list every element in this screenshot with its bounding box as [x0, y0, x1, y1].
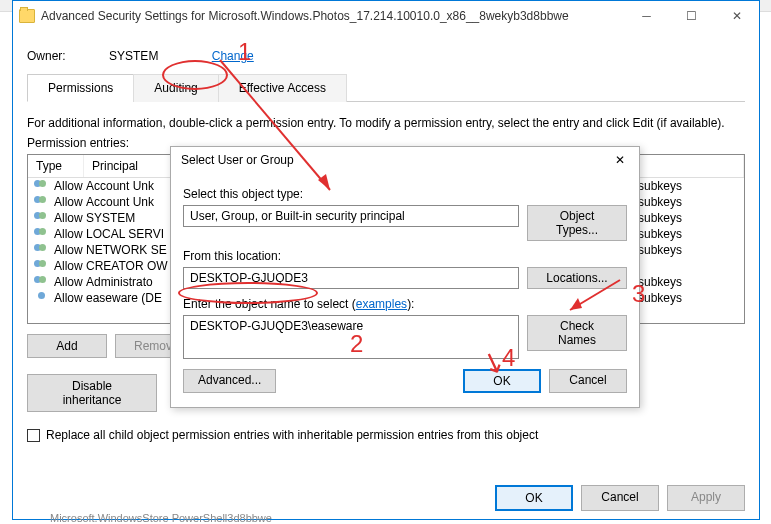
- close-button[interactable]: ✕: [714, 2, 759, 30]
- tab-permissions[interactable]: Permissions: [27, 74, 134, 102]
- principal-icon: [34, 212, 50, 224]
- principal-icon: [34, 180, 50, 192]
- info-text: For additional information, double-click…: [13, 102, 759, 136]
- svg-line-0: [220, 60, 330, 190]
- dialog-cancel-button[interactable]: Cancel: [549, 369, 627, 393]
- dialog-close-icon[interactable]: ✕: [609, 153, 631, 167]
- object-types-button[interactable]: Object Types...: [527, 205, 627, 241]
- window-title: Advanced Security Settings for Microsoft…: [41, 9, 624, 23]
- svg-marker-3: [570, 298, 582, 310]
- replace-checkbox-row[interactable]: Replace all child object permission entr…: [13, 418, 759, 452]
- window-controls: ─ ☐ ✕: [624, 2, 759, 30]
- principal-icon: [34, 196, 50, 208]
- col-type[interactable]: Type: [28, 155, 84, 177]
- disable-inheritance-button[interactable]: Disable inheritance: [27, 374, 157, 412]
- principal-icon: [34, 228, 50, 240]
- titlebar: Advanced Security Settings for Microsoft…: [13, 1, 759, 31]
- replace-checkbox-label: Replace all child object permission entr…: [46, 428, 538, 442]
- annotation-arrow-3: [560, 270, 640, 320]
- col-last: [624, 155, 744, 177]
- annotation-arrow-1: [210, 50, 370, 210]
- location-label: From this location:: [183, 249, 627, 263]
- dialog-ok-button[interactable]: OK: [463, 369, 541, 393]
- cancel-button[interactable]: Cancel: [581, 485, 659, 511]
- principal-icon: [34, 276, 50, 288]
- tab-auditing[interactable]: Auditing: [133, 74, 218, 102]
- add-button[interactable]: Add: [27, 334, 107, 358]
- folder-icon: [19, 9, 35, 23]
- owner-row: Owner: SYSTEM Change: [13, 31, 759, 73]
- minimize-button[interactable]: ─: [624, 2, 669, 30]
- ok-button[interactable]: OK: [495, 485, 573, 511]
- owner-label: Owner:: [27, 49, 66, 63]
- advanced-button[interactable]: Advanced...: [183, 369, 276, 393]
- principal-icon: [34, 244, 50, 256]
- apply-button[interactable]: Apply: [667, 485, 745, 511]
- check-names-button[interactable]: Check Names: [527, 315, 627, 351]
- maximize-button[interactable]: ☐: [669, 2, 714, 30]
- principal-icon: [34, 292, 50, 304]
- object-name-input[interactable]: [183, 315, 519, 359]
- owner-value: SYSTEM: [109, 49, 158, 63]
- tabs: Permissions Auditing Effective Access: [27, 73, 745, 102]
- footer-buttons: OK Cancel Apply: [495, 485, 745, 511]
- location-field[interactable]: [183, 267, 519, 289]
- background-bottom-hint: Microsoft.WindowsStore PowerShell3d8bbwe: [50, 512, 272, 524]
- examples-link[interactable]: examples: [356, 297, 407, 311]
- principal-icon: [34, 260, 50, 272]
- replace-checkbox[interactable]: [27, 429, 40, 442]
